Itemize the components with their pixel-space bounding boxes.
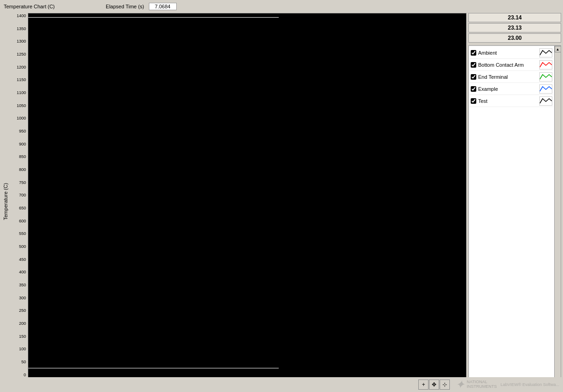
list-item: Test xyxy=(470,95,553,107)
chart-line-top xyxy=(28,17,279,18)
list-item: Ambient xyxy=(470,47,553,59)
elapsed-label: Elapsed Time (s) xyxy=(106,4,144,9)
labview-text: LabVIEW® Evaluation Softwa... xyxy=(500,382,559,387)
test-label: Test xyxy=(478,98,537,104)
y-tick: 1300 xyxy=(17,39,26,44)
y-tick: 0 xyxy=(24,373,26,377)
example-icon xyxy=(539,84,552,94)
y-tick: 1400 xyxy=(17,14,26,18)
bottom-bar: + ✥ ⊹ ✦ NATIONALINSTRUMENTS LabVIEW® Eva… xyxy=(0,377,563,392)
y-tick: 100 xyxy=(19,347,26,351)
y-tick: 450 xyxy=(19,258,26,262)
y-tick: 850 xyxy=(19,155,26,159)
end-terminal-label: End Terminal xyxy=(478,74,537,80)
right-panel: 23.14 23.13 23.00 Ambient xyxy=(468,13,561,390)
pan-icon[interactable]: ✥ xyxy=(429,379,439,390)
top-bar: Temperature Chart (C) Elapsed Time (s) 7… xyxy=(2,2,561,11)
y-tick: 900 xyxy=(19,142,26,146)
ni-watermark: ✦ NATIONALINSTRUMENTS xyxy=(455,378,497,391)
end-terminal-value: 23.00 xyxy=(468,33,561,43)
chart-with-yaxis: 1400 1350 1300 1250 1200 1150 1100 1050 … xyxy=(10,13,467,390)
y-tick: 1200 xyxy=(17,65,26,70)
test-icon xyxy=(539,96,552,106)
bottom-contact-arm-label: Bottom Contact Arm xyxy=(478,62,537,68)
list-item: Bottom Contact Arm xyxy=(470,59,553,71)
toolbar-icons: + ✥ ⊹ xyxy=(418,379,450,390)
y-tick: 300 xyxy=(19,296,26,300)
ambient-label: Ambient xyxy=(478,50,537,56)
legend-scrollbar: ▲ ▼ xyxy=(554,46,561,390)
y-tick: 250 xyxy=(19,309,26,313)
y-tick: 350 xyxy=(19,283,26,287)
scroll-up-arrow[interactable]: ▲ xyxy=(555,46,561,52)
y-ticks: 1400 1350 1300 1250 1200 1150 1100 1050 … xyxy=(10,13,28,378)
y-tick: 950 xyxy=(19,129,26,133)
y-tick: 800 xyxy=(19,168,26,172)
y-tick: 750 xyxy=(19,181,26,185)
y-axis-label: Temperature (C) xyxy=(2,13,9,390)
y-tick: 50 xyxy=(21,360,26,364)
end-terminal-checkbox[interactable] xyxy=(471,74,476,80)
y-tick: 1050 xyxy=(17,104,26,108)
y-tick: 1250 xyxy=(17,52,26,57)
y-tick: 650 xyxy=(19,206,26,210)
list-item: End Terminal xyxy=(470,71,553,83)
ambient-value: 23.14 xyxy=(468,13,561,22)
example-label: Example xyxy=(478,86,537,92)
y-tick: 550 xyxy=(19,232,26,236)
y-tick: 1100 xyxy=(17,91,26,95)
y-tick: 400 xyxy=(19,270,26,274)
end-terminal-icon xyxy=(539,72,552,82)
ambient-icon xyxy=(539,48,552,57)
chart-wrapper: Temperature (C) 1400 1350 1300 1250 1200… xyxy=(2,13,467,390)
y-tick: 600 xyxy=(19,219,26,223)
chart-area[interactable] xyxy=(28,13,467,378)
zoom-icon[interactable]: + xyxy=(418,379,429,390)
y-tick: 150 xyxy=(19,335,26,339)
ni-brand-text: NATIONALINSTRUMENTS xyxy=(467,380,497,389)
y-tick: 1350 xyxy=(17,27,26,31)
content-area: Temperature (C) 1400 1350 1300 1250 1200… xyxy=(2,13,561,390)
bottom-contact-arm-value: 23.13 xyxy=(468,23,561,32)
elapsed-value: 7.0684 xyxy=(149,3,177,10)
y-tick: 1150 xyxy=(17,78,26,82)
y-tick: 500 xyxy=(19,245,26,249)
list-item: Example xyxy=(470,83,553,95)
test-checkbox[interactable] xyxy=(471,98,476,104)
example-checkbox[interactable] xyxy=(471,86,476,92)
y-tick: 1000 xyxy=(17,116,26,120)
chart-title: Temperature Chart (C) xyxy=(4,4,55,9)
legend-panel: Ambient Bottom Contact Arm xyxy=(468,45,561,390)
legend-items: Ambient Bottom Contact Arm xyxy=(469,46,561,108)
bottom-contact-arm-checkbox[interactable] xyxy=(471,62,476,68)
chart-inner: 1400 1350 1300 1250 1200 1150 1100 1050 … xyxy=(10,13,467,378)
ni-swoosh: ✦ xyxy=(455,378,465,391)
bottom-contact-arm-icon xyxy=(539,60,552,70)
value-boxes: 23.14 23.13 23.00 xyxy=(468,13,561,43)
cursor-icon[interactable]: ⊹ xyxy=(440,379,450,390)
y-tick: 200 xyxy=(19,322,26,326)
y-tick: 700 xyxy=(19,193,26,197)
ambient-checkbox[interactable] xyxy=(471,50,476,56)
chart-line-bottom xyxy=(28,368,279,368)
